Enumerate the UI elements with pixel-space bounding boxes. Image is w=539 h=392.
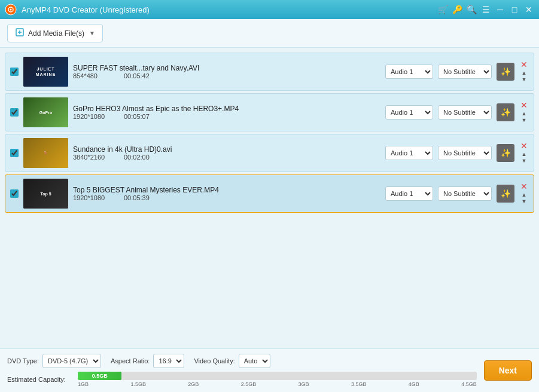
edit-button[interactable]: ✨ [497, 144, 514, 162]
row-actions: ✕ ▲ ▼ [519, 182, 529, 205]
aspect-ratio-group: Aspect Ratio: 16:9 [111, 354, 184, 368]
dvd-type-group: DVD Type: DVD-5 (4.7G) [7, 354, 101, 368]
dvd-type-select[interactable]: DVD-5 (4.7G) [42, 354, 101, 368]
key-icon[interactable]: 🔑 [452, 4, 462, 15]
file-meta: 854*480 00:05:42 [73, 72, 380, 79]
edit-button[interactable]: ✨ [497, 185, 514, 203]
file-controls: Audio 1 Audio 2 No Subtitle Subtitle 1 ✨ [385, 103, 514, 121]
delete-button[interactable]: ✕ [519, 142, 529, 150]
move-buttons: ▲ ▼ [522, 151, 527, 164]
file-info: Sundance in 4k (Ultra HD)0.avi 3840*2160… [73, 145, 380, 161]
row-actions: ✕ ▲ ▼ [519, 142, 529, 164]
row-actions: ✕ ▲ ▼ [519, 101, 529, 124]
aspect-ratio-select[interactable]: 16:9 [153, 354, 184, 368]
subtitle-select[interactable]: No Subtitle Subtitle 1 [438, 65, 492, 79]
edit-icon: ✨ [501, 148, 511, 158]
file-duration: 00:05:39 [124, 194, 157, 201]
bottom-bar: DVD Type: DVD-5 (4.7G) Aspect Ratio: 16:… [0, 348, 539, 392]
maximize-button[interactable]: □ [509, 4, 520, 15]
dropdown-arrow-icon: ▼ [89, 30, 95, 36]
add-media-button[interactable]: Add Media File(s) ▼ [7, 24, 103, 42]
subtitle-select[interactable]: No Subtitle Subtitle 1 [438, 105, 492, 120]
capacity-tick: 2GB [188, 381, 199, 387]
file-checkbox[interactable] [10, 68, 19, 76]
move-down-button[interactable]: ▼ [522, 198, 527, 205]
file-info: GoPro HERO3 Almost as Epic as the HERO3+… [73, 105, 380, 120]
file-thumbnail: JULIETMARINE [23, 57, 68, 87]
move-up-button[interactable]: ▲ [522, 192, 527, 198]
file-row: GoPro GoPro HERO3 Almost as Epic as the … [5, 93, 534, 131]
file-row: 🦌 Sundance in 4k (Ultra HD)0.avi 3840*21… [5, 134, 534, 172]
app-title: AnyMP4 DVD Creator (Unregistered) [22, 5, 437, 14]
file-filename: Sundance in 4k (Ultra HD)0.avi [73, 145, 380, 154]
file-resolution: 854*480 [73, 72, 118, 79]
edit-icon: ✨ [501, 67, 511, 76]
move-down-button[interactable]: ▼ [522, 117, 527, 124]
file-list: JULIETMARINE SUPER FAST stealt...tary an… [0, 48, 539, 348]
row-actions: ✕ ▲ ▼ [519, 60, 529, 83]
capacity-bar-fill: 0.5GB [78, 372, 121, 380]
svg-point-2 [10, 9, 12, 11]
file-resolution: 1920*1080 [73, 113, 118, 120]
audio-select[interactable]: Audio 1 Audio 2 [385, 105, 433, 120]
audio-select[interactable]: Audio 1 Audio 2 [385, 65, 433, 79]
search-icon[interactable]: 🔍 [466, 4, 477, 15]
minimize-button[interactable]: ─ [495, 4, 505, 15]
audio-select[interactable]: Audio 1 Audio 2 [385, 146, 433, 160]
capacity-tick: 3.5GB [351, 381, 367, 387]
capacity-tick: 3GB [299, 381, 309, 387]
file-checkbox[interactable] [10, 108, 19, 117]
file-filename: GoPro HERO3 Almost as Epic as the HERO3+… [73, 105, 380, 113]
move-up-button[interactable]: ▲ [522, 111, 527, 117]
add-media-label: Add Media File(s) [28, 29, 84, 38]
edit-button[interactable]: ✨ [497, 103, 514, 121]
capacity-tick: 4GB [409, 381, 419, 387]
file-checkbox[interactable] [10, 149, 19, 157]
add-file-icon [15, 27, 25, 39]
capacity-tick: 4.5GB [461, 381, 477, 387]
edit-button[interactable]: ✨ [497, 63, 514, 81]
estimated-capacity-label: Estimated Capacity: [7, 376, 73, 383]
file-row: JULIETMARINE SUPER FAST stealt...tary an… [5, 53, 534, 91]
file-filename: SUPER FAST stealt...tary and Navy.AVI [73, 64, 380, 72]
menu-icon[interactable]: ☰ [480, 4, 491, 15]
next-button[interactable]: Next [484, 360, 532, 381]
file-duration: 00:05:42 [124, 72, 157, 79]
file-row: Top 5 Top 5 BIGGEST Animal Mysteries EVE… [5, 174, 534, 213]
video-quality-label: Video Quality: [194, 357, 235, 365]
file-duration: 00:02:00 [124, 154, 157, 161]
capacity-tick: 1GB [78, 381, 89, 387]
move-up-button[interactable]: ▲ [522, 70, 527, 76]
file-thumbnail: Top 5 [23, 179, 68, 209]
file-controls: Audio 1 Audio 2 No Subtitle Subtitle 1 ✨ [385, 144, 514, 162]
capacity-bar-track: 0.5GB [78, 372, 477, 380]
video-quality-group: Video Quality: Auto [194, 354, 270, 368]
toolbar: Add Media File(s) ▼ [0, 19, 539, 48]
file-meta: 1920*1080 00:05:07 [73, 113, 380, 120]
capacity-tick: 1.5GB [130, 381, 146, 387]
file-meta: 3840*2160 00:02:00 [73, 154, 380, 161]
delete-button[interactable]: ✕ [519, 182, 529, 191]
capacity-fill-label: 0.5GB [78, 372, 121, 380]
dvd-type-label: DVD Type: [7, 357, 39, 365]
file-controls: Audio 1 Audio 2 No Subtitle Subtitle 1 ✨ [385, 63, 514, 81]
file-checkbox[interactable] [10, 189, 19, 198]
delete-button[interactable]: ✕ [519, 101, 529, 109]
subtitle-select[interactable]: No Subtitle Subtitle 1 [438, 186, 492, 201]
audio-select[interactable]: Audio 1 Audio 2 [385, 186, 433, 201]
video-quality-select[interactable]: Auto [239, 354, 270, 368]
capacity-bar-container: 0.5GB 1GB1.5GB2GB2.5GB3GB3.5GB4GB4.5GB [78, 372, 477, 387]
move-up-button[interactable]: ▲ [522, 151, 527, 158]
file-info: SUPER FAST stealt...tary and Navy.AVI 85… [73, 64, 380, 79]
file-duration: 00:05:07 [124, 113, 157, 120]
close-button[interactable]: ✕ [523, 4, 534, 15]
window-controls: 🛒 🔑 🔍 ☰ ─ □ ✕ [437, 4, 534, 15]
move-buttons: ▲ ▼ [522, 70, 527, 83]
delete-button[interactable]: ✕ [519, 60, 529, 69]
file-filename: Top 5 BIGGEST Animal Mysteries EVER.MP4 [73, 186, 380, 194]
move-down-button[interactable]: ▼ [522, 76, 527, 83]
move-down-button[interactable]: ▼ [522, 158, 527, 164]
app-logo [5, 4, 17, 16]
cart-icon[interactable]: 🛒 [437, 4, 448, 15]
subtitle-select[interactable]: No Subtitle Subtitle 1 [438, 146, 492, 160]
